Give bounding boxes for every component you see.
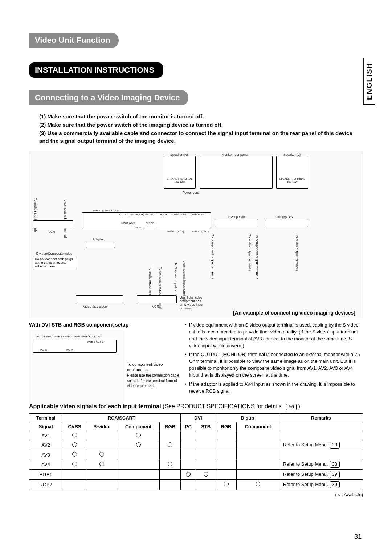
signal-cell xyxy=(87,431,117,440)
signal-cell xyxy=(160,459,181,470)
available-icon xyxy=(224,482,229,486)
speaker-l-box xyxy=(276,156,308,189)
section-header-pill: Video Unit Function xyxy=(29,33,119,48)
rgb1-rgb2-label: RGB 1 RGB 2 xyxy=(87,340,103,343)
page-number: 31 xyxy=(354,533,362,540)
terminal-cell: AV3 xyxy=(29,450,62,459)
signal-cell xyxy=(181,450,196,459)
signal-cell xyxy=(181,480,196,490)
signal-cell xyxy=(117,459,160,470)
terminal-cell: RGB1 xyxy=(29,470,62,480)
terminal-cell: AV4 xyxy=(29,459,62,470)
input-av1-label: INPUT (AV1) xyxy=(192,230,209,233)
terminal-cell: RGB2 xyxy=(29,480,62,490)
signal-cell xyxy=(181,459,196,470)
available-icon xyxy=(72,462,77,466)
connecting-pill: Connecting to a Video Imaging Device xyxy=(29,90,188,105)
signal-cell xyxy=(196,459,216,470)
signal-cell xyxy=(237,440,279,450)
pc-in-label-1: PC-IN xyxy=(40,348,47,351)
th-component: Component xyxy=(117,422,160,431)
table-row: RGB2Refer to Setup Menu.39 xyxy=(29,480,363,490)
page-ref: 38 xyxy=(330,442,340,449)
signal-cell xyxy=(216,480,237,490)
available-icon xyxy=(168,462,172,466)
to-audio-output-label-2: To audio output terminals xyxy=(248,234,252,271)
dvi-stb-diagram: DIGITAL INPUT RGB 1 ANALOG INPUT RGB 2 A… xyxy=(29,331,123,403)
monitor-rear-label: Monitor rear panel xyxy=(222,153,248,157)
settop-label: Set-Top Box xyxy=(275,215,293,219)
th-pc: PC xyxy=(181,422,196,431)
available-icon xyxy=(72,433,77,437)
signal-cell xyxy=(87,450,117,459)
available-icon xyxy=(99,462,104,466)
speaker-terminal-r: SPEAKER TERMINAL xyxy=(164,178,195,180)
speaker-terminal-l: SPEAKER TERMINAL xyxy=(277,178,307,180)
signal-cell xyxy=(181,440,196,450)
bullet-item: If the adaptor is applied to AV4 input a… xyxy=(185,381,363,395)
signal-cell xyxy=(62,431,87,440)
page-ref-56: 56 xyxy=(286,404,296,410)
signal-cell xyxy=(216,459,237,470)
table-title-bold: Applicable video signals for each input … xyxy=(29,403,161,409)
video-label-2: VIDEO xyxy=(146,222,154,224)
signal-cell xyxy=(237,480,279,490)
input-av3-label: INPUT (AV3) xyxy=(121,222,135,224)
signal-cell xyxy=(160,431,181,440)
use-if-svideo-label: Use if the video equipment has an S vide… xyxy=(180,296,205,311)
terminal-cell: AV1 xyxy=(29,431,62,440)
bullet-item: If the OUTPUT (MONITOR) terminal is conn… xyxy=(185,351,363,378)
signal-cell xyxy=(160,470,181,480)
monitor-rear-box xyxy=(200,156,273,189)
bullets-list: If video equipment with an S video outpu… xyxy=(185,322,363,394)
available-icon xyxy=(256,482,260,486)
step-item: (3) Use a commercially available cable a… xyxy=(39,129,363,145)
video-disc-label: Video disc player xyxy=(83,305,108,308)
mono-label: (MONO) xyxy=(135,226,144,229)
signal-cell xyxy=(87,470,117,480)
signal-cell xyxy=(196,431,216,440)
terminal-cell: AV2 xyxy=(29,440,62,450)
signal-cell xyxy=(237,450,279,459)
installation-pill: INSTALLATION INSTRUCTIONS xyxy=(29,62,163,78)
vcr-bottom-label: VCR xyxy=(152,305,159,308)
input-av2-label: INPUT (AV2) xyxy=(167,230,184,233)
th-stb: STB xyxy=(196,422,216,431)
signal-cell xyxy=(87,480,117,490)
dvd-player-box xyxy=(215,219,258,227)
analog-input-label: ANALOG INPUT RGB 2 xyxy=(63,335,90,338)
table-row: AV3 xyxy=(29,450,363,459)
video-disc-box xyxy=(76,295,123,303)
vcr-bottom-box xyxy=(137,295,177,303)
component-label-1: COMPONENT xyxy=(171,213,188,216)
table-row: RGB1Refer to Setup Menu.39 xyxy=(29,470,363,480)
signal-cell xyxy=(62,470,87,480)
signal-cell xyxy=(117,440,160,450)
small-note-main: To component video equipments. xyxy=(127,362,163,372)
signal-cell xyxy=(117,480,160,490)
remark-cell: Refer to Setup Menu.38 xyxy=(279,440,363,450)
video-label: VIDEO xyxy=(146,213,154,216)
signal-cell xyxy=(216,440,237,450)
page-ref: 39 xyxy=(330,481,340,488)
available-icon xyxy=(99,452,104,457)
available-icon xyxy=(136,433,141,437)
signal-cell xyxy=(160,450,181,459)
signal-cell xyxy=(216,450,237,459)
signal-cell xyxy=(196,450,216,459)
available-icon xyxy=(136,442,141,447)
adaptor-label: Adaptor xyxy=(93,238,104,241)
signal-cell xyxy=(62,440,87,450)
signal-cell xyxy=(181,431,196,440)
signal-cell xyxy=(62,480,87,490)
table-title-rest: (See PRODUCT SPECIFICATIONS for details. xyxy=(161,403,285,409)
svideo-composite-label: S-video/Composite video xyxy=(36,252,72,255)
th-cvbs: CVBS xyxy=(62,422,87,431)
table-row: AV2Refer to Setup Menu.38 xyxy=(29,440,363,450)
signal-table: Terminal RCA/SCART DVI D-sub Remarks Sig… xyxy=(29,413,363,490)
digital-input-label: DIGITAL INPUT RGB 1 xyxy=(36,335,62,338)
vcr-left-box xyxy=(33,220,73,228)
step-item: (2) Make sure that the power switch of t… xyxy=(39,121,363,129)
table-row: AV1 xyxy=(29,431,363,440)
speaker-r-label: Speaker (R) xyxy=(170,153,188,157)
